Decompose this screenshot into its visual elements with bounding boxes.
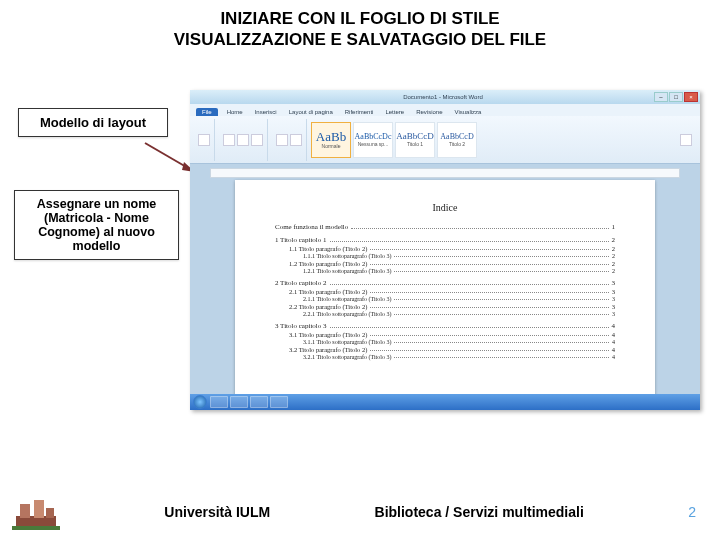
- slide-title: INIZIARE CON IL FOGLIO DI STILE VISUALIZ…: [0, 0, 720, 55]
- svg-rect-3: [20, 504, 30, 518]
- toc-entry: 3.1 Titolo paragrafo (Titolo 2)4: [275, 331, 615, 338]
- tab-file[interactable]: File: [196, 108, 218, 116]
- tab-layout[interactable]: Layout di pagina: [286, 108, 336, 116]
- page: Indice Come funziona il modello11 Titolo…: [235, 180, 655, 394]
- style-label: Normale: [322, 144, 341, 149]
- task-item[interactable]: [230, 396, 248, 408]
- toc-entry: 1.2.1 Titolo sottoparagrafo (Titolo 3)2: [275, 268, 615, 274]
- system-tray: [678, 398, 697, 406]
- ribbon-group-font: [219, 119, 268, 161]
- slide-footer: Università IULM Biblioteca / Servizi mul…: [0, 494, 720, 530]
- svg-rect-4: [34, 500, 44, 518]
- tab-insert[interactable]: Inserisci: [252, 108, 280, 116]
- toc-entry: 1 Titolo capitolo 12: [275, 236, 615, 244]
- style-no-spacing[interactable]: AaBbCcDc Nessuna sp...: [353, 122, 393, 158]
- callout-text: Assegnare un nome (Matricola - Nome Cogn…: [37, 197, 156, 253]
- toc-entry: 2.2 Titolo paragrafo (Titolo 2)3: [275, 303, 615, 310]
- footer-university: Università IULM: [164, 504, 270, 520]
- style-gallery: AaBb Normale AaBbCcDc Nessuna sp... AaBb…: [311, 122, 672, 158]
- taskbar-items: [210, 396, 288, 408]
- toc-entry: 3.1.1 Titolo sottoparagrafo (Titolo 3)4: [275, 339, 615, 345]
- style-glyph: AaBbCcD: [440, 133, 473, 141]
- style-heading-1[interactable]: AaBbCcD Titolo 1: [395, 122, 435, 158]
- bold-button[interactable]: [237, 134, 249, 146]
- ribbon-tabs: File Home Inserisci Layout di pagina Rif…: [190, 104, 700, 116]
- toc-entry: 3.2.1 Titolo sottoparagrafo (Titolo 3)4: [275, 354, 615, 360]
- titlebar: Documento1 - Microsoft Word – □ ×: [190, 90, 700, 104]
- find-button[interactable]: [680, 134, 692, 146]
- doc-heading: Indice: [275, 202, 615, 213]
- svg-line-0: [145, 143, 188, 168]
- window-title: Documento1 - Microsoft Word: [232, 94, 654, 100]
- toc-entry: 1.1 Titolo paragrafo (Titolo 2)2: [275, 245, 615, 252]
- page-number: 2: [688, 504, 696, 520]
- list-button[interactable]: [276, 134, 288, 146]
- italic-button[interactable]: [251, 134, 263, 146]
- toc-entry: 1.2 Titolo paragrafo (Titolo 2)2: [275, 260, 615, 267]
- window-controls: – □ ×: [654, 92, 698, 102]
- ruler[interactable]: [210, 168, 680, 178]
- callout-modello-layout: Modello di layout: [18, 108, 168, 137]
- tray-icon[interactable]: [678, 398, 686, 406]
- toc: Come funziona il modello11 Titolo capito…: [275, 223, 615, 360]
- minimize-button[interactable]: –: [654, 92, 668, 102]
- title-line-2: VISUALIZZAZIONE E SALVATAGGIO DEL FILE: [40, 29, 680, 50]
- style-label: Nessuna sp...: [358, 142, 389, 147]
- maximize-button[interactable]: □: [669, 92, 683, 102]
- toc-entry: 2.1.1 Titolo sottoparagrafo (Titolo 3)3: [275, 296, 615, 302]
- word-screenshot: Documento1 - Microsoft Word – □ × File H…: [190, 90, 700, 410]
- toc-entry: 3 Titolo capitolo 34: [275, 322, 615, 330]
- align-button[interactable]: [290, 134, 302, 146]
- task-item[interactable]: [250, 396, 268, 408]
- document-area[interactable]: Indice Come funziona il modello11 Titolo…: [190, 164, 700, 394]
- toc-entry: Come funziona il modello1: [275, 223, 615, 231]
- title-line-1: INIZIARE CON IL FOGLIO DI STILE: [40, 8, 680, 29]
- paste-button[interactable]: [198, 134, 210, 146]
- style-glyph: AaBbCcD: [396, 132, 434, 141]
- university-logo: [12, 494, 60, 530]
- tab-mailings[interactable]: Lettere: [382, 108, 407, 116]
- tray-icon[interactable]: [689, 398, 697, 406]
- style-label: Titolo 1: [407, 142, 423, 147]
- ribbon-group-paragraph: [272, 119, 307, 161]
- toc-entry: 2 Titolo capitolo 23: [275, 279, 615, 287]
- tab-review[interactable]: Revisione: [413, 108, 445, 116]
- task-item[interactable]: [210, 396, 228, 408]
- style-glyph: AaBbCcDc: [355, 133, 392, 141]
- ribbon: AaBb Normale AaBbCcDc Nessuna sp... AaBb…: [190, 116, 700, 164]
- style-glyph: AaBb: [316, 130, 346, 143]
- toc-entry: 2.2.1 Titolo sottoparagrafo (Titolo 3)3: [275, 311, 615, 317]
- task-item[interactable]: [270, 396, 288, 408]
- style-label: Titolo 2: [449, 142, 465, 147]
- ribbon-group-editing: [676, 119, 696, 161]
- taskbar: [190, 394, 700, 410]
- footer-library: Biblioteca / Servizi multimediali: [375, 504, 584, 520]
- font-button[interactable]: [223, 134, 235, 146]
- svg-rect-5: [46, 508, 54, 518]
- toc-entry: 3.2 Titolo paragrafo (Titolo 2)4: [275, 346, 615, 353]
- tab-view[interactable]: Visualizza: [451, 108, 484, 116]
- callout-assegnare-nome: Assegnare un nome (Matricola - Nome Cogn…: [14, 190, 179, 260]
- close-button[interactable]: ×: [684, 92, 698, 102]
- callout-text: Modello di layout: [40, 115, 146, 130]
- toc-entry: 2.1 Titolo paragrafo (Titolo 2)3: [275, 288, 615, 295]
- tab-references[interactable]: Riferimenti: [342, 108, 377, 116]
- tab-home[interactable]: Home: [224, 108, 246, 116]
- style-heading-2[interactable]: AaBbCcD Titolo 2: [437, 122, 477, 158]
- start-button[interactable]: [193, 395, 207, 409]
- toc-entry: 1.1.1 Titolo sottoparagrafo (Titolo 3)2: [275, 253, 615, 259]
- svg-rect-6: [12, 526, 60, 530]
- ribbon-group-clipboard: [194, 119, 215, 161]
- style-normal[interactable]: AaBb Normale: [311, 122, 351, 158]
